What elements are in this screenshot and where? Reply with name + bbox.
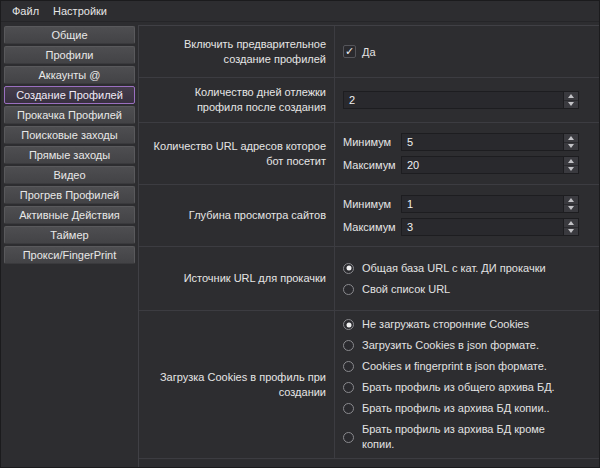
setting-row-cookies: Загрузка Cookies в профиль при создании … <box>139 311 599 459</box>
sidebar-item-pryamye-zakhody[interactable]: Прямые заходы <box>4 146 135 164</box>
sidebar-item-progrev-profiley[interactable]: Прогрев Профилей <box>4 186 135 204</box>
radio-label: Брать профиль из архива БД кроме копии. <box>362 422 579 452</box>
radio-label: Брать профиль из архива БД копии.. <box>362 401 550 416</box>
settings-panel: Включить предварительное создание профил… <box>138 25 599 468</box>
radio-icon[interactable] <box>343 263 354 274</box>
setting-row-url-source: Источник URL для прокачки Общая база URL… <box>139 247 599 311</box>
max-label: Максимум <box>343 159 395 171</box>
radio-icon[interactable] <box>343 432 354 443</box>
setting-label: Глубина просмотра сайтов <box>139 185 335 246</box>
radio-label: Брать профиль из общего архива БД. <box>362 380 555 395</box>
spinner-down-arrow[interactable] <box>564 205 578 213</box>
setting-row-rest-days: Количество дней отлежки профиля после со… <box>139 78 599 123</box>
sidebar-item-obshchie[interactable]: Общие <box>4 26 135 44</box>
url-min-spinner[interactable]: 5 <box>401 133 579 151</box>
days-spinner-value[interactable]: 2 <box>344 92 563 108</box>
sidebar: Общие Профили Аккаунты @ Создание Профил… <box>1 22 138 468</box>
setting-row-url-count: Количество URL адресов которое бот посет… <box>139 123 599 185</box>
spinner-up-arrow[interactable] <box>564 196 578 205</box>
depth-min-spinner[interactable]: 1 <box>401 195 579 213</box>
radio-label: Cookies и fingerprint в json формате. <box>362 359 547 374</box>
spinner-buttons <box>563 196 578 212</box>
radio-option-db-copy[interactable]: Брать профиль из архива БД копии.. <box>343 401 579 416</box>
radio-icon[interactable] <box>343 319 354 330</box>
radio-option-db-archive[interactable]: Брать профиль из общего архива БД. <box>343 380 579 395</box>
spinner-up-arrow[interactable] <box>564 157 578 166</box>
depth-min-spinner-value[interactable]: 1 <box>402 196 563 212</box>
setting-row-depth: Глубина просмотра сайтов Минимум 1 <box>139 185 599 247</box>
sidebar-item-taymer[interactable]: Таймер <box>4 226 135 244</box>
radio-label: Не загружать сторонние Cookies <box>362 317 529 332</box>
depth-max-spinner-value[interactable]: 3 <box>402 219 563 235</box>
precreate-checkbox[interactable]: ✓ Да <box>343 45 579 58</box>
radio-option-url-base[interactable]: Общая база URL с кат. ДИ прокачки <box>343 261 579 276</box>
spinner-down-arrow[interactable] <box>564 101 578 109</box>
setting-row-precreate: Включить предварительное создание профил… <box>139 26 599 78</box>
sidebar-item-proksi-fingerprint[interactable]: Прокси/FingerPrint <box>4 246 135 264</box>
radio-icon[interactable] <box>343 382 354 393</box>
menu-item-file[interactable]: Файл <box>5 2 46 20</box>
sidebar-item-prokachka-profiley[interactable]: Прокачка Профилей <box>4 106 135 124</box>
radio-option-json-fingerprint[interactable]: Cookies и fingerprint в json формате. <box>343 359 579 374</box>
sidebar-item-profili[interactable]: Профили <box>4 46 135 64</box>
spinner-buttons <box>563 92 578 108</box>
sidebar-item-sozdanie-profiley[interactable]: Создание Профилей <box>4 86 135 104</box>
app-window: Файл Настройки Общие Профили Аккаунты @ … <box>0 0 600 468</box>
check-icon: ✓ <box>345 46 354 57</box>
sidebar-item-akkaunty[interactable]: Аккаунты @ <box>4 66 135 84</box>
spinner-up-arrow[interactable] <box>564 92 578 101</box>
checkbox-icon[interactable]: ✓ <box>343 45 356 58</box>
sidebar-item-poiskovye-zakhody[interactable]: Поисковые заходы <box>4 126 135 144</box>
radio-label: Общая база URL с кат. ДИ прокачки <box>362 261 546 276</box>
url-max-spinner[interactable]: 20 <box>401 156 579 174</box>
radio-icon[interactable] <box>343 361 354 372</box>
spinner-down-arrow[interactable] <box>564 166 578 174</box>
main-area: Общие Профили Аккаунты @ Создание Профил… <box>1 22 599 468</box>
spinner-buttons <box>563 219 578 235</box>
setting-label: Включить предварительное создание профил… <box>139 26 335 77</box>
setting-label: Количество URL адресов которое бот посет… <box>139 123 335 184</box>
radio-label: Загрузить Cookies в json формате. <box>362 338 539 353</box>
radio-icon[interactable] <box>343 403 354 414</box>
spinner-down-arrow[interactable] <box>564 228 578 236</box>
setting-label: Количество дней отлежки профиля после со… <box>139 78 335 122</box>
min-label: Минимум <box>343 198 395 210</box>
sidebar-item-video[interactable]: Видео <box>4 166 135 184</box>
depth-max-spinner[interactable]: 3 <box>401 218 579 236</box>
radio-option-json-cookies[interactable]: Загрузить Cookies в json формате. <box>343 338 579 353</box>
sidebar-item-aktivnye-deystviya[interactable]: Активные Действия <box>4 206 135 224</box>
radio-option-own-list[interactable]: Свой список URL <box>343 282 579 297</box>
spinner-up-arrow[interactable] <box>564 219 578 228</box>
url-min-spinner-value[interactable]: 5 <box>402 134 563 150</box>
checkbox-label: Да <box>362 46 376 58</box>
menu-bar: Файл Настройки <box>1 1 599 22</box>
spinner-buttons <box>563 157 578 173</box>
setting-label: Загрузка Cookies в профиль при создании <box>139 311 335 458</box>
radio-option-no-cookies[interactable]: Не загружать сторонние Cookies <box>343 317 579 332</box>
radio-option-db-except-copy[interactable]: Брать профиль из архива БД кроме копии. <box>343 422 579 452</box>
cookies-radio-group: Не загружать сторонние Cookies Загрузить… <box>343 317 579 452</box>
spinner-up-arrow[interactable] <box>564 134 578 143</box>
menu-item-settings[interactable]: Настройки <box>46 2 114 20</box>
radio-label: Свой список URL <box>362 282 450 297</box>
setting-label: Источник URL для прокачки <box>139 247 335 310</box>
spinner-down-arrow[interactable] <box>564 143 578 151</box>
days-spinner[interactable]: 2 <box>343 91 579 109</box>
spinner-buttons <box>563 134 578 150</box>
url-max-spinner-value[interactable]: 20 <box>402 157 563 173</box>
radio-icon[interactable] <box>343 340 354 351</box>
url-source-radio-group: Общая база URL с кат. ДИ прокачки Свой с… <box>343 261 579 297</box>
min-label: Минимум <box>343 136 395 148</box>
radio-icon[interactable] <box>343 284 354 295</box>
max-label: Максимум <box>343 221 395 233</box>
